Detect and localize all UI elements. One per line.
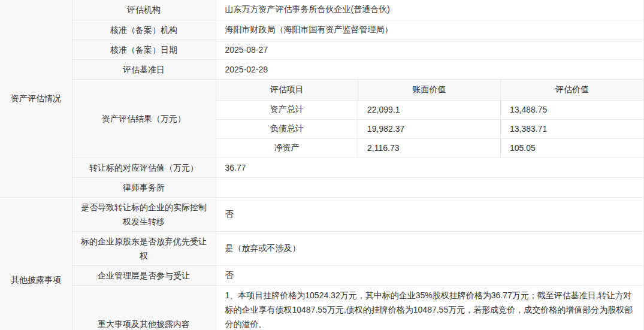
assessment-cell-book-value: 2,116.73 xyxy=(358,138,501,158)
assessment-cell-item: 资产总计 xyxy=(216,100,358,119)
group-label-other-disclosures: 其他披露事项 xyxy=(0,198,72,330)
label-control-transfer: 是否导致转让标的企业的实际控制权发生转移 xyxy=(72,198,216,232)
value-evaluation-agency: 山东万方资产评估事务所合伙企业(普通合伙) xyxy=(216,0,644,20)
assessment-cell-assessed-value: 105.05 xyxy=(501,138,644,158)
value-major-matters: 1、本项目挂牌价格为10524.32万元，其中标的企业35%股权挂牌价格为36.… xyxy=(216,286,644,330)
table-row: 净资产 2,116.73 105.05 xyxy=(216,138,644,158)
assessment-cell-item: 负债总计 xyxy=(216,119,358,138)
value-evaluation-base-date: 2025-02-28 xyxy=(216,59,644,79)
label-approval-date: 核准（备案）日期 xyxy=(72,40,216,59)
label-major-matters: 重大事项及其他披露内容 xyxy=(72,286,216,330)
assessment-header-assessed-value: 评估价值 xyxy=(501,80,644,101)
disclosure-panel: 资产评估情况 评估机构 山东万方资产评估事务所合伙企业(普通合伙) 核准（备案）… xyxy=(0,0,644,330)
label-evaluation-result: 资产评估结果（万元） xyxy=(72,79,216,158)
value-transfer-target-evaluation-value: 36.77 xyxy=(216,158,644,178)
assessment-cell-assessed-value: 13,488.75 xyxy=(501,100,644,119)
label-transfer-target-evaluation-value: 转让标的对应评估值（万元） xyxy=(72,158,216,178)
assessment-cell-book-value: 19,982.37 xyxy=(358,119,501,138)
label-law-firm: 律师事务所 xyxy=(72,178,216,198)
value-approval-agency: 海阳市财政局（海阳市国有资产监督管理局） xyxy=(216,20,644,40)
assessment-cell-book-value: 22,099.1 xyxy=(358,100,501,119)
disclosure-table: 资产评估情况 评估机构 山东万方资产评估事务所合伙企业(普通合伙) 核准（备案）… xyxy=(0,0,644,330)
label-waive-preemptive-right: 标的企业原股东是否放弃优先受让权 xyxy=(72,232,216,266)
major-matters-paragraph-1: 1、本项目挂牌价格为10524.32万元，其中标的企业35%股权挂牌价格为36.… xyxy=(225,288,635,330)
label-approval-agency: 核准（备案）机构 xyxy=(72,20,216,40)
value-law-firm xyxy=(216,178,644,198)
assessment-cell-item: 净资产 xyxy=(216,138,358,158)
value-waive-preemptive-right: 是（放弃或不涉及） xyxy=(216,232,644,266)
assessment-cell-assessed-value: 13,383.71 xyxy=(501,119,644,138)
value-approval-date: 2025-08-27 xyxy=(216,40,644,59)
evaluation-result-cell: 评估项目 账面价值 评估价值 资产总计 22,099.1 13,488.75 负… xyxy=(216,79,644,158)
assessment-header-book-value: 账面价值 xyxy=(358,80,501,101)
label-evaluation-agency: 评估机构 xyxy=(72,0,216,20)
assessment-table: 评估项目 账面价值 评估价值 资产总计 22,099.1 13,488.75 负… xyxy=(216,80,644,158)
value-control-transfer: 否 xyxy=(216,198,644,232)
label-evaluation-base-date: 评估基准日 xyxy=(72,59,216,79)
assessment-header-item: 评估项目 xyxy=(216,80,358,101)
group-label-asset-evaluation: 资产评估情况 xyxy=(0,0,72,198)
value-management-participation: 否 xyxy=(216,266,644,286)
table-row: 负债总计 19,982.37 13,383.71 xyxy=(216,119,644,138)
label-management-participation: 企业管理层是否参与受让 xyxy=(72,266,216,286)
table-row: 资产总计 22,099.1 13,488.75 xyxy=(216,100,644,119)
